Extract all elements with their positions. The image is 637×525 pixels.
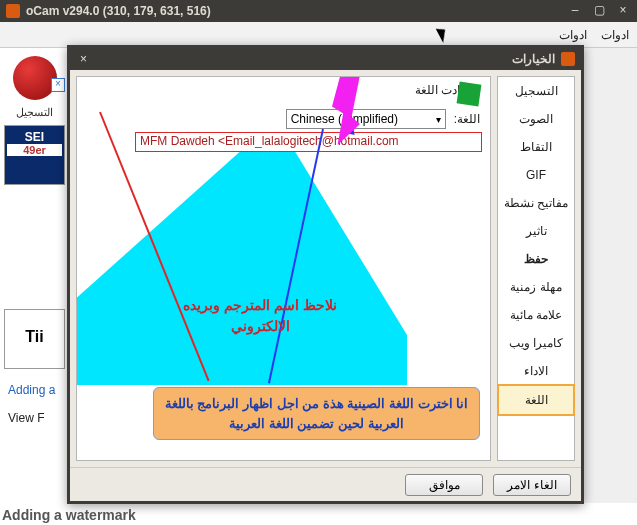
options-dialog: الخيارات × التسجيلالصوتالتقاطGIFمفاتيح ن… [67, 45, 584, 504]
ad-text: Tii [7, 312, 62, 346]
maximize-button[interactable]: ▢ [591, 3, 607, 19]
language-label: اللغة: [454, 112, 480, 126]
left-sidebar: التسجيل × SEI 49er Tii Adding a View F [0, 48, 70, 503]
category-item[interactable]: مفاتيح نشطة [498, 189, 574, 217]
category-item[interactable]: تاثير [498, 217, 574, 245]
category-item[interactable]: الصوت [498, 105, 574, 133]
annotation-text-red: نلاحظ اسم المترجم وبريده الالكتروني [165, 295, 355, 337]
ad-banner-2[interactable]: Tii [4, 309, 65, 369]
annotation-square-green [457, 82, 482, 107]
dialog-close-button[interactable]: × [76, 52, 91, 66]
menu-item[interactable]: ادوات [601, 28, 629, 42]
outer-window-title: oCam v294.0 (310, 179, 631, 516) [26, 4, 567, 18]
category-item[interactable]: حفظ [498, 245, 574, 273]
app-client-area: ادوات ادوات التسجيل × SEI 49er Tii Addin… [0, 22, 637, 503]
cancel-button[interactable]: الغاء الامر [493, 474, 571, 496]
minimize-button[interactable]: – [567, 3, 583, 19]
category-item[interactable]: مهلة زمنية [498, 273, 574, 301]
ok-button[interactable]: موافق [405, 474, 483, 496]
dialog-icon [561, 52, 575, 66]
translator-info: MFM Dawdeh <Email_lalalogitech@hotmail.c… [135, 132, 482, 152]
status-text: Adding a watermark [2, 507, 136, 523]
category-item[interactable]: علامة مائية [498, 301, 574, 329]
link-adding[interactable]: Adding a [8, 383, 61, 397]
menu-item[interactable]: ادوات [559, 28, 587, 42]
app-icon [6, 4, 20, 18]
category-item[interactable]: GIF [498, 161, 574, 189]
ad-banner-1[interactable]: SEI 49er [4, 125, 65, 185]
link-view[interactable]: View F [8, 411, 61, 425]
annotation-text-orange: انا اخترت اللغة الصينية هذة من اجل اظهار… [153, 387, 480, 440]
dropdown-arrow-icon: ▾ [436, 114, 441, 125]
dialog-button-row: الغاء الامر موافق [70, 467, 581, 501]
annotation-highlight [77, 135, 407, 385]
dialog-title: الخيارات [91, 52, 555, 66]
close-button[interactable]: × [615, 3, 631, 19]
category-item[interactable]: كاميرا ويب [498, 329, 574, 357]
record-label: التسجيل [4, 106, 65, 119]
dialog-titlebar: الخيارات × [70, 48, 581, 70]
category-item[interactable]: اللغة [497, 384, 575, 416]
language-dropdown[interactable]: Chinese (Simplified) ▾ [286, 109, 446, 129]
record-button[interactable] [13, 56, 57, 100]
category-item[interactable]: التسجيل [498, 77, 574, 105]
ad-text: SEI [7, 130, 62, 144]
category-item[interactable]: التقاط [498, 133, 574, 161]
category-list: التسجيلالصوتالتقاطGIFمفاتيح نشطةتاثيرحفظ… [497, 76, 575, 461]
ad-close-icon[interactable]: × [51, 78, 65, 92]
ad-subtext: 49er [7, 144, 62, 156]
category-item[interactable]: الاداء [498, 357, 574, 385]
content-pane: اعدادت اللغة اللغة: Chinese (Simplified)… [76, 76, 491, 461]
outer-window-titlebar: oCam v294.0 (310, 179, 631, 516) – ▢ × [0, 0, 637, 22]
